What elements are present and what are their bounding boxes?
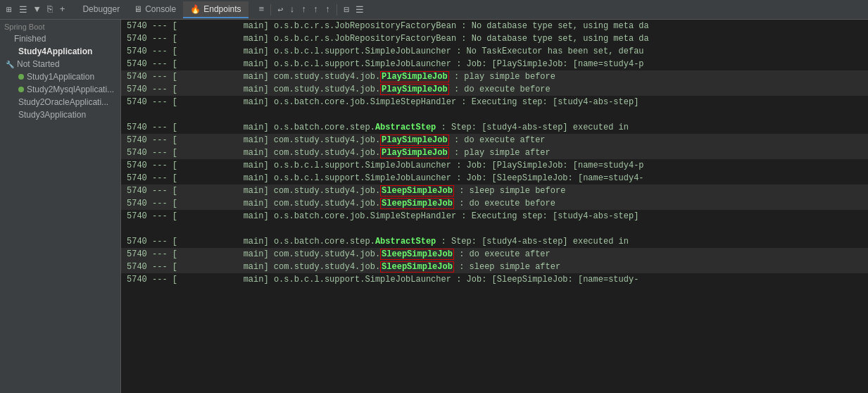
log-text: 5740 --- [ main] com.study.study4.job.Sl… xyxy=(127,185,565,197)
console-label: Console xyxy=(145,4,176,14)
log-line-sleep-simple-after: 5740 --- [ main] com.study.study4.job.Sl… xyxy=(121,261,868,273)
log-text: 5740 --- [ main] com.study.study4.job.Sl… xyxy=(127,261,560,273)
toolbar-icon-pin[interactable]: ⎘ xyxy=(45,3,55,16)
toolbar-icon-bars[interactable]: ☰ xyxy=(353,3,366,17)
study4application-label: Study4Application xyxy=(18,46,92,56)
tab-console[interactable]: 🖥 Console xyxy=(127,1,183,18)
log-line-sleep-execute-after: 5740 --- [ main] com.study.study4.job.Sl… xyxy=(121,248,868,261)
log-text: 5740 --- [ main] o.s.b.c.l.support.Simpl… xyxy=(127,159,644,172)
log-line: 5740 --- [ main] o.s.b.c.l.support.Simpl… xyxy=(121,172,868,185)
tab-endpoints[interactable]: 🔥 Endpoints xyxy=(183,1,248,18)
spring-boot-section-header: Spring Boot xyxy=(0,20,120,32)
toolbar-icon-undo[interactable]: ↩ xyxy=(275,3,285,17)
sidebar-item-study4application[interactable]: Study4Application xyxy=(14,45,120,58)
finished-section-header: Finished xyxy=(0,32,120,45)
log-text: 5740 --- [ main] com.study.study4.job.Pl… xyxy=(127,70,555,83)
tab-debugger[interactable]: Debugger xyxy=(75,1,127,18)
console-icon: 🖥 xyxy=(134,4,142,14)
log-line-sleep-simple-before: 5740 --- [ main] com.study.study4.job.Sl… xyxy=(121,185,868,197)
log-text: 5740 --- [ main] o.s.batch.core.step.Abs… xyxy=(127,235,629,248)
log-text: 5740 --- [ main] o.s.b.c.l.support.Simpl… xyxy=(127,45,644,58)
study2mysql-label: Study2MysqlApplicati... xyxy=(27,85,114,94)
log-line-abstract-step-2: 5740 --- [ main] o.s.batch.core.step.Abs… xyxy=(121,235,868,248)
log-line-play-simple-after: 5740 --- [ main] com.study.study4.job.Pl… xyxy=(121,146,868,159)
not-started-label-text: Not Started xyxy=(17,59,60,69)
study1-dot xyxy=(18,74,24,80)
study1application-label: Study1Application xyxy=(27,72,94,82)
log-line-empty xyxy=(121,108,868,121)
log-line: 5740 --- [ main] o.s.b.c.l.support.Simpl… xyxy=(121,58,868,70)
endpoints-icon: 🔥 xyxy=(190,4,201,14)
log-line-play-execute-before: 5740 --- [ main] com.study.study4.job.Pl… xyxy=(121,83,868,96)
log-line: 5740 --- [ main] o.s.b.c.r.s.JobReposito… xyxy=(121,32,868,45)
toolbar-separator xyxy=(270,4,271,15)
log-text: 5740 --- [ main] com.study.study4.job.Pl… xyxy=(127,134,546,146)
log-line-sleep-execute-before: 5740 --- [ main] com.study.study4.job.Sl… xyxy=(121,197,868,210)
log-text: 5740 --- [ main] o.s.b.c.r.s.JobReposito… xyxy=(127,32,649,45)
log-line-play-before: 5740 --- [ main] com.study.study4.job.Pl… xyxy=(121,70,868,83)
toolbar-icon-filter[interactable]: ▼ xyxy=(32,3,42,16)
log-area[interactable]: 5740 --- [ main] o.s.b.c.r.s.JobReposito… xyxy=(121,20,868,393)
finished-label-text: Finished xyxy=(14,34,46,44)
log-line: 5740 --- [ main] o.s.b.c.l.support.Simpl… xyxy=(121,273,868,286)
log-line: 5740 --- [ main] o.s.b.c.l.support.Simpl… xyxy=(121,159,868,172)
log-text: 5740 --- [ main] o.s.b.c.l.support.Simpl… xyxy=(127,172,644,185)
toolbar-separator-2 xyxy=(336,4,337,15)
toolbar-icon-up1[interactable]: ↑ xyxy=(299,3,309,16)
not-started-dot: 🔧 xyxy=(6,61,14,68)
debugger-label: Debugger xyxy=(82,4,120,14)
log-line-empty-2 xyxy=(121,223,868,235)
toolbar-icon-grid[interactable]: ⊞ xyxy=(4,3,14,17)
log-text: 5740 --- [ main] o.s.b.c.l.support.Simpl… xyxy=(127,58,644,70)
sidebar-item-study2mysql[interactable]: Study2MysqlApplicati... xyxy=(14,83,120,96)
toolbar-icon-up2[interactable]: ↑ xyxy=(311,3,321,16)
log-text: 5740 --- [ main] com.study.study4.job.Sl… xyxy=(127,248,551,261)
study2oracle-label: Study2OracleApplicati... xyxy=(18,97,108,107)
toolbar: ⊞ ☰ ▼ ⎘ + Debugger 🖥 Console 🔥 Endpoints… xyxy=(0,0,868,20)
sidebar-item-study1application[interactable]: Study1Application xyxy=(14,70,120,83)
log-text: 5740 --- [ main] o.s.batch.core.step.Abs… xyxy=(127,121,629,134)
not-started-section-header: 🔧 Not Started xyxy=(0,58,120,70)
log-text: 5740 --- [ main] o.s.batch.core.job.Simp… xyxy=(127,96,639,108)
tab-bar: Debugger 🖥 Console 🔥 Endpoints xyxy=(75,1,248,18)
log-text: 5740 --- [ main] com.study.study4.job.Pl… xyxy=(127,83,551,96)
main-content: Spring Boot Finished Study4Application 🔧… xyxy=(0,20,868,393)
toolbar-icon-menu[interactable]: ≡ xyxy=(257,3,267,16)
log-line: 5740 --- [ main] o.s.batch.core.job.Simp… xyxy=(121,96,868,108)
log-line: 5740 --- [ main] o.s.batch.core.job.Simp… xyxy=(121,210,868,223)
toolbar-icon-list[interactable]: ☰ xyxy=(17,3,30,17)
endpoints-label: Endpoints xyxy=(203,4,241,14)
log-text: 5740 --- [ main] com.study.study4.job.Sl… xyxy=(127,197,555,210)
toolbar-icon-add[interactable]: + xyxy=(58,3,68,16)
log-line-play-execute-after: 5740 --- [ main] com.study.study4.job.Pl… xyxy=(121,134,868,146)
sidebar-item-study2oracle[interactable]: Study2OracleApplicati... xyxy=(14,96,120,108)
log-line: 5740 --- [ main] o.s.b.c.r.s.JobReposito… xyxy=(121,20,868,32)
toolbar-icon-table[interactable]: ⊟ xyxy=(341,3,351,17)
log-text: 5740 --- [ main] o.s.b.c.r.s.JobReposito… xyxy=(127,20,649,32)
log-line: 5740 --- [ main] o.s.b.c.l.support.Simpl… xyxy=(121,45,868,58)
sidebar: Spring Boot Finished Study4Application 🔧… xyxy=(0,20,121,393)
study3application-label: Study3Application xyxy=(18,110,86,120)
log-text: 5740 --- [ main] o.s.b.c.l.support.Simpl… xyxy=(127,273,639,286)
toolbar-icon-up3[interactable]: ↑ xyxy=(323,3,333,16)
sidebar-item-study3application[interactable]: Study3Application xyxy=(14,108,120,121)
log-text: 5740 --- [ main] com.study.study4.job.Pl… xyxy=(127,146,551,159)
toolbar-icon-down1[interactable]: ↓ xyxy=(287,3,297,16)
study2mysql-dot xyxy=(18,87,24,92)
log-line-abstract-step: 5740 --- [ main] o.s.batch.core.step.Abs… xyxy=(121,121,868,134)
log-text: 5740 --- [ main] o.s.batch.core.job.Simp… xyxy=(127,210,639,223)
